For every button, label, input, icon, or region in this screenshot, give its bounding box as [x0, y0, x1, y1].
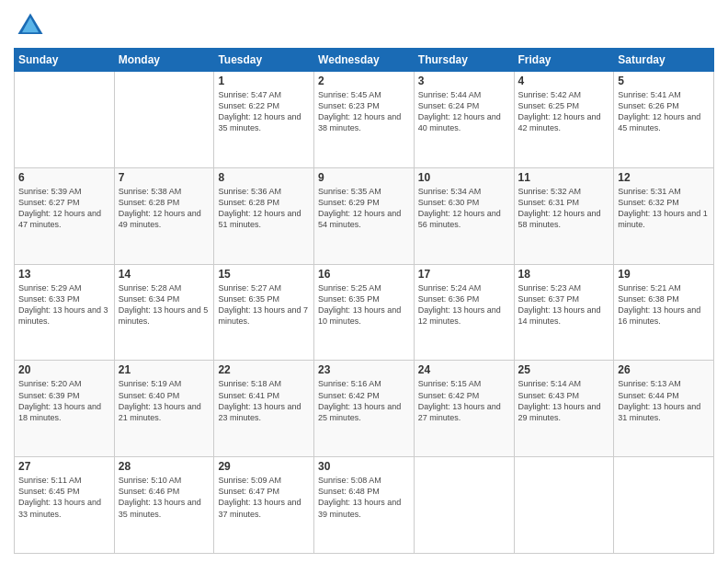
calendar-cell — [614, 457, 714, 554]
calendar-cell: 18Sunrise: 5:23 AM Sunset: 6:37 PM Dayli… — [514, 264, 614, 361]
day-number: 6 — [18, 171, 110, 184]
page: SundayMondayTuesdayWednesdayThursdayFrid… — [0, 0, 728, 563]
calendar-cell: 7Sunrise: 5:38 AM Sunset: 6:28 PM Daylig… — [114, 167, 214, 264]
day-header-wednesday: Wednesday — [314, 49, 415, 72]
calendar-cell: 22Sunrise: 5:18 AM Sunset: 6:41 PM Dayli… — [214, 361, 314, 457]
day-info: Sunrise: 5:19 AM Sunset: 6:40 PM Dayligh… — [119, 378, 210, 423]
calendar-cell: 24Sunrise: 5:15 AM Sunset: 6:42 PM Dayli… — [414, 361, 514, 457]
day-number: 8 — [218, 171, 310, 184]
calendar-cell: 3Sunrise: 5:44 AM Sunset: 6:24 PM Daylig… — [414, 72, 514, 168]
day-number: 23 — [318, 363, 410, 376]
day-info: Sunrise: 5:25 AM Sunset: 6:35 PM Dayligh… — [318, 282, 410, 327]
day-number: 19 — [618, 268, 710, 281]
calendar-cell: 25Sunrise: 5:14 AM Sunset: 6:43 PM Dayli… — [514, 361, 614, 457]
calendar-cell: 2Sunrise: 5:45 AM Sunset: 6:23 PM Daylig… — [314, 72, 415, 168]
day-info: Sunrise: 5:41 AM Sunset: 6:26 PM Dayligh… — [618, 89, 710, 134]
day-info: Sunrise: 5:18 AM Sunset: 6:41 PM Dayligh… — [218, 378, 310, 423]
day-info: Sunrise: 5:09 AM Sunset: 6:47 PM Dayligh… — [218, 475, 310, 520]
day-info: Sunrise: 5:31 AM Sunset: 6:32 PM Dayligh… — [618, 186, 710, 231]
day-number: 11 — [518, 171, 610, 184]
day-header-tuesday: Tuesday — [214, 49, 314, 72]
day-info: Sunrise: 5:23 AM Sunset: 6:37 PM Dayligh… — [518, 282, 610, 327]
calendar-cell: 16Sunrise: 5:25 AM Sunset: 6:35 PM Dayli… — [314, 264, 415, 361]
calendar-cell: 30Sunrise: 5:08 AM Sunset: 6:48 PM Dayli… — [314, 457, 415, 554]
day-number: 22 — [218, 363, 310, 376]
calendar-cell: 20Sunrise: 5:20 AM Sunset: 6:39 PM Dayli… — [15, 361, 115, 457]
day-info: Sunrise: 5:28 AM Sunset: 6:34 PM Dayligh… — [119, 282, 210, 327]
calendar-cell: 5Sunrise: 5:41 AM Sunset: 6:26 PM Daylig… — [614, 72, 714, 168]
calendar-cell: 23Sunrise: 5:16 AM Sunset: 6:42 PM Dayli… — [314, 361, 415, 457]
day-info: Sunrise: 5:13 AM Sunset: 6:44 PM Dayligh… — [618, 378, 710, 423]
day-number: 29 — [218, 460, 310, 473]
calendar-cell — [114, 72, 214, 168]
day-header-sunday: Sunday — [15, 49, 115, 72]
calendar-cell: 8Sunrise: 5:36 AM Sunset: 6:28 PM Daylig… — [214, 167, 314, 264]
calendar-week-5: 27Sunrise: 5:11 AM Sunset: 6:45 PM Dayli… — [15, 457, 714, 554]
calendar-cell: 15Sunrise: 5:27 AM Sunset: 6:35 PM Dayli… — [214, 264, 314, 361]
calendar-cell: 21Sunrise: 5:19 AM Sunset: 6:40 PM Dayli… — [114, 361, 214, 457]
day-number: 26 — [618, 363, 710, 376]
day-number: 7 — [119, 171, 210, 184]
day-header-friday: Friday — [514, 49, 614, 72]
calendar-cell: 14Sunrise: 5:28 AM Sunset: 6:34 PM Dayli… — [114, 264, 214, 361]
day-number: 12 — [618, 171, 710, 184]
day-number: 10 — [418, 171, 510, 184]
calendar-cell — [514, 457, 614, 554]
calendar-cell — [414, 457, 514, 554]
day-header-saturday: Saturday — [614, 49, 714, 72]
calendar-week-1: 1Sunrise: 5:47 AM Sunset: 6:22 PM Daylig… — [15, 72, 714, 168]
day-info: Sunrise: 5:38 AM Sunset: 6:28 PM Dayligh… — [119, 186, 210, 231]
calendar-week-3: 13Sunrise: 5:29 AM Sunset: 6:33 PM Dayli… — [15, 264, 714, 361]
day-info: Sunrise: 5:45 AM Sunset: 6:23 PM Dayligh… — [318, 89, 410, 134]
day-number: 21 — [119, 363, 210, 376]
day-info: Sunrise: 5:47 AM Sunset: 6:22 PM Dayligh… — [218, 89, 310, 134]
calendar-cell: 10Sunrise: 5:34 AM Sunset: 6:30 PM Dayli… — [414, 167, 514, 264]
logo-icon — [14, 9, 47, 42]
calendar-cell: 28Sunrise: 5:10 AM Sunset: 6:46 PM Dayli… — [114, 457, 214, 554]
calendar-cell: 17Sunrise: 5:24 AM Sunset: 6:36 PM Dayli… — [414, 264, 514, 361]
day-number: 1 — [218, 75, 310, 87]
day-number: 25 — [518, 363, 610, 376]
calendar-cell: 29Sunrise: 5:09 AM Sunset: 6:47 PM Dayli… — [214, 457, 314, 554]
day-info: Sunrise: 5:42 AM Sunset: 6:25 PM Dayligh… — [518, 89, 610, 134]
day-info: Sunrise: 5:21 AM Sunset: 6:38 PM Dayligh… — [618, 282, 710, 327]
day-info: Sunrise: 5:08 AM Sunset: 6:48 PM Dayligh… — [318, 475, 410, 520]
calendar-cell: 4Sunrise: 5:42 AM Sunset: 6:25 PM Daylig… — [514, 72, 614, 168]
day-number: 9 — [318, 171, 410, 184]
day-number: 5 — [618, 75, 710, 87]
day-info: Sunrise: 5:29 AM Sunset: 6:33 PM Dayligh… — [18, 282, 110, 327]
day-info: Sunrise: 5:35 AM Sunset: 6:29 PM Dayligh… — [318, 186, 410, 231]
calendar-cell: 19Sunrise: 5:21 AM Sunset: 6:38 PM Dayli… — [614, 264, 714, 361]
calendar-cell: 11Sunrise: 5:32 AM Sunset: 6:31 PM Dayli… — [514, 167, 614, 264]
day-number: 3 — [418, 75, 510, 87]
day-info: Sunrise: 5:36 AM Sunset: 6:28 PM Dayligh… — [218, 186, 310, 231]
day-info: Sunrise: 5:15 AM Sunset: 6:42 PM Dayligh… — [418, 378, 510, 423]
day-number: 17 — [418, 268, 510, 281]
day-number: 28 — [119, 460, 210, 473]
day-number: 16 — [318, 268, 410, 281]
calendar-cell: 9Sunrise: 5:35 AM Sunset: 6:29 PM Daylig… — [314, 167, 415, 264]
calendar-week-2: 6Sunrise: 5:39 AM Sunset: 6:27 PM Daylig… — [15, 167, 714, 264]
day-number: 20 — [18, 363, 110, 376]
calendar-cell: 13Sunrise: 5:29 AM Sunset: 6:33 PM Dayli… — [15, 264, 115, 361]
day-header-monday: Monday — [114, 49, 214, 72]
calendar-cell: 1Sunrise: 5:47 AM Sunset: 6:22 PM Daylig… — [214, 72, 314, 168]
day-info: Sunrise: 5:34 AM Sunset: 6:30 PM Dayligh… — [418, 186, 510, 231]
day-info: Sunrise: 5:44 AM Sunset: 6:24 PM Dayligh… — [418, 89, 510, 134]
day-number: 27 — [18, 460, 110, 473]
day-info: Sunrise: 5:16 AM Sunset: 6:42 PM Dayligh… — [318, 378, 410, 423]
day-info: Sunrise: 5:20 AM Sunset: 6:39 PM Dayligh… — [18, 378, 110, 423]
day-number: 15 — [218, 268, 310, 281]
day-header-thursday: Thursday — [414, 49, 514, 72]
day-info: Sunrise: 5:24 AM Sunset: 6:36 PM Dayligh… — [418, 282, 510, 327]
header — [14, 9, 714, 42]
calendar-week-4: 20Sunrise: 5:20 AM Sunset: 6:39 PM Dayli… — [15, 361, 714, 457]
day-number: 4 — [518, 75, 610, 87]
logo — [14, 9, 51, 42]
day-number: 2 — [318, 75, 410, 87]
day-info: Sunrise: 5:14 AM Sunset: 6:43 PM Dayligh… — [518, 378, 610, 423]
day-number: 18 — [518, 268, 610, 281]
calendar-cell: 27Sunrise: 5:11 AM Sunset: 6:45 PM Dayli… — [15, 457, 115, 554]
calendar-cell — [15, 72, 115, 168]
calendar-cell: 6Sunrise: 5:39 AM Sunset: 6:27 PM Daylig… — [15, 167, 115, 264]
